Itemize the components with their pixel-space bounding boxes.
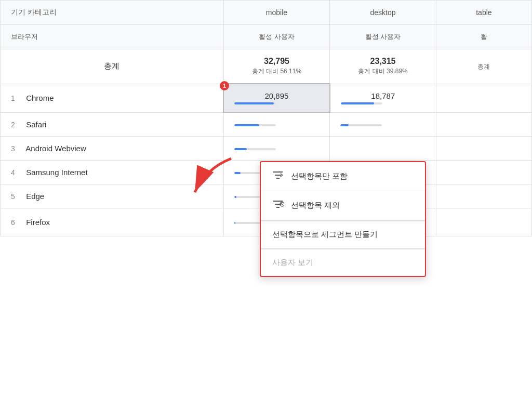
safari-category-cell: 2 Safari (1, 112, 224, 136)
chrome-category-cell: 1 Chrome (1, 84, 224, 112)
chrome-tablet-cell (436, 84, 531, 112)
samsung-row-num: 4 (11, 168, 24, 177)
col-subheader-browser: 브라우저 (1, 25, 224, 49)
safari-mobile-cell (223, 112, 330, 136)
main-container: 기기 카테고리 mobile desktop table 브라우저 활성 사용자… (0, 0, 532, 410)
firefox-row-num: 6 (11, 218, 24, 227)
samsung-tablet-cell (436, 160, 531, 184)
android-mobile-bar-bg (234, 148, 276, 150)
firefox-row-name: Firefox (26, 218, 50, 227)
firefox-tablet-cell (436, 208, 531, 236)
android-mobile-bar-fill (234, 148, 247, 150)
context-menu-users-label: 사용자 보기 (272, 258, 313, 268)
edge-row-name: Edge (26, 192, 44, 201)
chrome-desktop-bar-bg (341, 102, 382, 104)
edge-tablet-cell (436, 184, 531, 208)
total-tablet-percent: 총계 (447, 62, 521, 71)
edge-mobile-bar-fill (234, 196, 236, 198)
row-safari[interactable]: 2 Safari (1, 112, 532, 136)
chrome-mobile-bar-bg (234, 102, 276, 104)
total-desktop-cell: 23,315 총계 대비 39.89% (330, 49, 436, 84)
android-tablet-cell (436, 136, 531, 160)
header-row-metric: 브라우저 활성 사용자 활성 사용자 활 (1, 25, 532, 49)
context-menu-include-label: 선택항목만 포함 (291, 171, 348, 181)
total-row: 총계 32,795 총계 대비 56.11% 23,315 총계 대비 39.8… (1, 49, 532, 84)
context-menu-exclude-label: 선택항목 제외 (291, 201, 340, 210)
samsung-category-cell: 4 Samsung Internet (1, 160, 224, 184)
annotation-badge: 1 (220, 81, 229, 90)
edge-row-num: 5 (11, 192, 24, 201)
filter-include-icon (272, 170, 284, 182)
safari-tablet-cell (436, 112, 531, 136)
context-menu-item-users: 사용자 보기 (261, 249, 425, 276)
samsung-row-name: Samsung Internet (26, 168, 87, 177)
chrome-desktop-value: 18,787 (371, 91, 395, 100)
edge-category-cell: 5 Edge (1, 184, 224, 208)
total-desktop-percent: 총계 대비 39.89% (340, 67, 425, 76)
samsung-mobile-bar-fill (234, 172, 241, 174)
chrome-desktop-cell: 18,787 (330, 84, 436, 112)
chrome-row-num: 1 (11, 94, 24, 102)
chrome-row-name: Chrome (26, 94, 54, 102)
firefox-mobile-bar-fill (234, 222, 235, 224)
safari-row-num: 2 (11, 121, 24, 129)
firefox-category-cell: 6 Firefox (1, 208, 224, 236)
chrome-mobile-value: 20,895 (265, 91, 289, 100)
context-menu-item-include[interactable]: 선택항목만 포함 (261, 162, 425, 191)
svg-line-10 (281, 203, 283, 205)
filter-exclude-icon (272, 200, 284, 211)
col-subheader-desktop-users: 활성 사용자 (330, 25, 436, 49)
total-desktop-value: 23,315 (340, 57, 425, 66)
context-menu-item-segment[interactable]: 선택항목으로 세그먼트 만들기 (261, 221, 425, 248)
chrome-mobile-cell[interactable]: 1 20,895 (223, 84, 330, 112)
safari-desktop-bar-fill (340, 124, 349, 126)
context-menu-item-exclude[interactable]: 선택항목 제외 (261, 191, 425, 220)
chrome-mobile-bar-fill (234, 102, 274, 104)
row-android-webview[interactable]: 3 Android Webview (1, 136, 532, 160)
safari-mobile-bar-bg (234, 124, 276, 126)
android-desktop-cell (330, 136, 436, 160)
row-chrome[interactable]: 1 Chrome 1 20,895 18,787 (1, 84, 532, 112)
context-menu: 선택항목만 포함 선택항목 제외 선택항목으로 세그먼트 만들기 사용자 보기 (260, 161, 426, 277)
android-mobile-cell (223, 136, 330, 160)
safari-mobile-bar-fill (234, 124, 259, 126)
col-header-category: 기기 카테고리 (1, 1, 224, 25)
android-category-cell: 3 Android Webview (1, 136, 224, 160)
col-subheader-mobile-users: 활성 사용자 (223, 25, 330, 49)
total-mobile-value: 32,795 (234, 57, 320, 66)
chrome-desktop-bar-fill (341, 102, 374, 104)
total-tablet-cell: 총계 (436, 49, 531, 84)
col-header-mobile: mobile (223, 1, 330, 25)
total-mobile-percent: 총계 대비 56.11% (234, 67, 320, 76)
android-row-num: 3 (11, 144, 24, 153)
android-row-name: Android Webview (25, 144, 86, 153)
context-menu-segment-label: 선택항목으로 세그먼트 만들기 (272, 230, 378, 240)
safari-row-name: Safari (26, 120, 46, 129)
header-row-category: 기기 카테고리 mobile desktop table (1, 1, 532, 25)
total-mobile-cell: 32,795 총계 대비 56.11% (223, 49, 330, 84)
safari-desktop-bar-bg (340, 124, 382, 126)
total-label-cell: 총계 (1, 49, 224, 84)
col-subheader-tablet-users: 활 (436, 25, 531, 49)
safari-desktop-cell (330, 112, 436, 136)
col-header-desktop: desktop (330, 1, 436, 25)
col-header-tablet: table (436, 1, 531, 25)
